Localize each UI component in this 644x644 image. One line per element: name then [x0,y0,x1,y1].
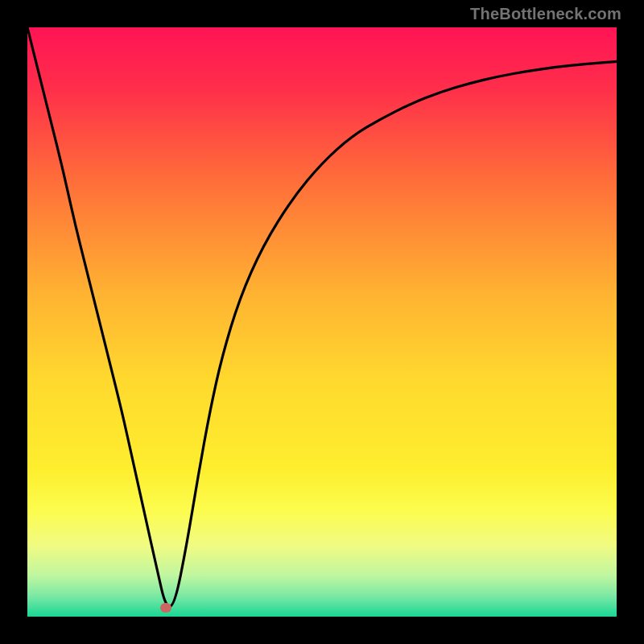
chart-frame: TheBottleneck.com [0,0,644,644]
plot-area [27,27,617,617]
bottleneck-curve [27,27,617,617]
watermark-label: TheBottleneck.com [470,5,621,23]
optimal-point-marker [160,603,171,613]
